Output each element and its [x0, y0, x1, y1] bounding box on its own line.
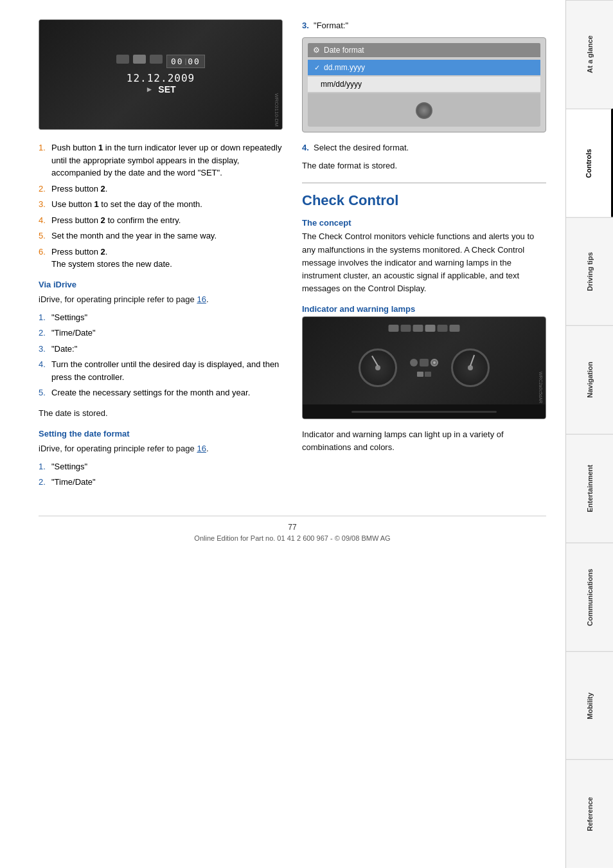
date-format-options: ✓ dd.mm.yyyy mm/dd/yyyy	[308, 59, 540, 127]
option-mm-label: mm/dd/yyyy	[314, 80, 362, 89]
page-number: 77	[39, 523, 546, 532]
list-item: 2. Press button 2.	[39, 183, 283, 195]
setting-date-format-steps: 1. "Settings" 2. "Time/Date"	[39, 460, 283, 489]
format-controller-knob[interactable]	[416, 102, 432, 119]
list-item: 5. Set the month and the year in the sam…	[39, 230, 283, 242]
sidebar-item-mobility[interactable]: Mobility	[566, 651, 613, 760]
steps-initial: 1. Push button 1 in the turn indicator l…	[39, 141, 283, 271]
instrument-screenshot: 00 | 00 12.12.2009 ► SET WRC011	[39, 19, 283, 130]
date-format-title: Date format	[324, 46, 364, 55]
sidebar-item-at-a-glance[interactable]: At a glance	[566, 0, 613, 109]
list-item: 4. Press button 2 to confirm the entry.	[39, 214, 283, 227]
list-item: 5. Create the necessary settings for the…	[39, 386, 283, 399]
list-item: 2. "Time/Date"	[39, 476, 283, 489]
sidebar-item-communications[interactable]: Communications	[566, 543, 613, 651]
left-column: 00 | 00 12.12.2009 ► SET WRC011	[39, 19, 283, 496]
date-format-stored: The date format is stored.	[302, 159, 546, 172]
step4-number: 4.	[302, 143, 309, 152]
gauge-right	[451, 348, 490, 387]
setting-date-format-heading: Setting the date format	[39, 429, 283, 439]
check-control-title: Check Control	[302, 183, 546, 209]
list-item: 3. "Date:"	[39, 343, 283, 356]
set-label: SET	[158, 84, 175, 95]
concept-text: The Check Control monitors vehicle funct…	[302, 230, 546, 295]
page-ref-16b[interactable]: 16	[197, 444, 206, 453]
date-format-screen: ⚙ Date format ✓ dd.mm.yyyy mm/dd/yyyy	[302, 37, 546, 132]
step4-text: Select the desired format.	[314, 143, 409, 152]
sidebar-item-driving-tips[interactable]: Driving tips	[566, 217, 613, 326]
page-ref-16[interactable]: 16	[197, 294, 206, 304]
indicator-lamps-text: Indicator and warning lamps can light up…	[302, 428, 546, 454]
list-item: 2. "Time/Date"	[39, 327, 283, 339]
copyright: Online Edition for Part no. 01 41 2 600 …	[39, 534, 546, 542]
list-item: 4. Turn the controller until the desired…	[39, 358, 283, 383]
instrument-date: 12.12.2009	[127, 72, 195, 84]
date-is-stored: The date is stored.	[39, 407, 283, 420]
step4: 4. Select the desired format.	[302, 141, 546, 154]
step3-number: 3.	[302, 21, 309, 30]
gauge-row	[359, 348, 490, 387]
concept-heading: The concept	[302, 218, 546, 228]
list-item: 1. "Settings"	[39, 311, 283, 324]
setting-date-format-intro: iDrive, for operating principle refer to…	[39, 442, 283, 455]
sidebar: At a glance Controls Driving tips Naviga…	[565, 0, 613, 868]
list-item: 1. "Settings"	[39, 460, 283, 473]
right-column: 3. "Format:" ⚙ Date format ✓ dd.mm.yyyy …	[302, 19, 546, 496]
via-idrive-intro: iDrive, for operating principle refer to…	[39, 293, 283, 306]
instrument-icon-1	[116, 55, 129, 64]
gauge-left	[359, 348, 397, 387]
list-item: 3. Use button 1 to set the day of the mo…	[39, 198, 283, 211]
list-item: 6. Press button 2. The system stores the…	[39, 246, 283, 271]
sidebar-item-reference[interactable]: Reference	[566, 759, 613, 868]
instrument-icon-2	[133, 55, 146, 64]
date-format-header: ⚙ Date format	[308, 43, 540, 57]
sidebar-item-navigation[interactable]: Navigation	[566, 325, 613, 434]
sidebar-item-entertainment[interactable]: Entertainment	[566, 434, 613, 543]
option-dd-label: dd.mm.yyyy	[324, 63, 365, 72]
instrument-cluster-image: WRC2a0c5dAR	[302, 316, 546, 419]
list-item: 1. Push button 1 in the turn indicator l…	[39, 141, 283, 179]
via-idrive-steps: 1. "Settings" 2. "Time/Date" 3. "Date:" …	[39, 311, 283, 399]
date-format-option-mm[interactable]: mm/dd/yyyy	[308, 77, 540, 92]
page-footer: 77 Online Edition for Part no. 01 41 2 6…	[39, 516, 546, 542]
cluster-watermark: WRC2a0c5dAR	[538, 372, 543, 403]
indicator-lamps-heading: Indicator and warning lamps	[302, 304, 546, 314]
date-format-option-dd[interactable]: ✓ dd.mm.yyyy	[308, 60, 540, 75]
watermark-left: WRC0110-DM	[274, 93, 280, 127]
step3: 3. "Format:"	[302, 19, 546, 32]
via-idrive-heading: Via iDrive	[39, 280, 283, 289]
sidebar-item-controls[interactable]: Controls	[566, 109, 613, 217]
gauge-center-left	[375, 365, 380, 370]
instrument-icon-3	[150, 55, 163, 64]
